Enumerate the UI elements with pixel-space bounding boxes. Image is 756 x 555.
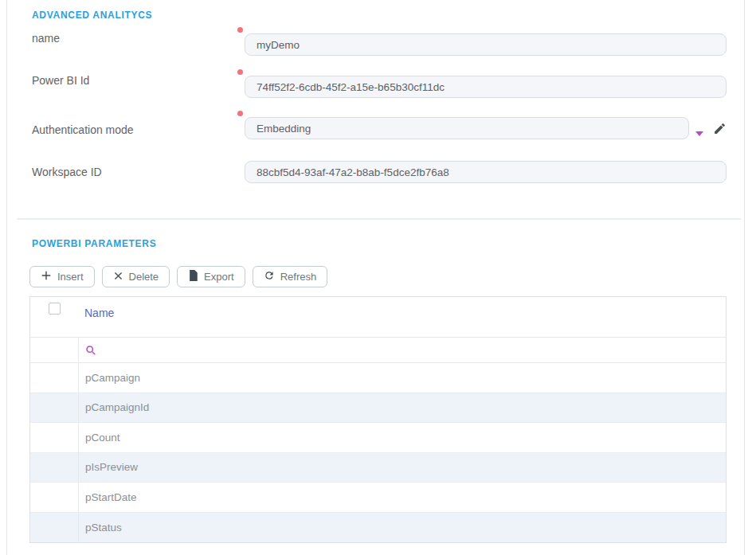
insert-button[interactable]: Insert xyxy=(29,266,95,287)
panel-right-border xyxy=(744,0,745,555)
row-name-cell: pCount xyxy=(78,423,726,452)
name-field-label: name xyxy=(32,27,60,49)
select-all-checkbox[interactable] xyxy=(49,303,61,315)
edit-pencil-icon[interactable] xyxy=(711,120,727,136)
required-dot-icon xyxy=(237,111,243,116)
advanced-analytics-panel: ADVANCED ANALITYCS name Power BI Id Auth… xyxy=(0,0,756,555)
table-row[interactable]: pIsPreview xyxy=(30,453,726,483)
powerbi-parameters-table: Name pCampaign pCampaignId pCount xyxy=(29,296,727,543)
export-button-label: Export xyxy=(204,271,234,283)
row-name-cell: pCampaignId xyxy=(78,393,726,423)
table-row[interactable]: pCampaignId xyxy=(30,393,726,424)
search-icon xyxy=(85,345,96,356)
refresh-icon xyxy=(264,270,275,283)
required-dot-icon xyxy=(237,69,243,75)
section-divider xyxy=(17,218,741,220)
powerbi-id-field-wrap xyxy=(245,76,727,98)
row-select-cell[interactable] xyxy=(30,363,78,393)
table-row[interactable]: pCampaign xyxy=(30,363,726,393)
table-row[interactable]: pStartDate xyxy=(30,483,726,513)
name-column-header[interactable]: Name xyxy=(78,297,726,337)
table-header-row: Name xyxy=(30,297,726,338)
table-row[interactable]: pCount xyxy=(30,423,726,453)
workspace-id-input[interactable] xyxy=(245,162,726,182)
required-dot-icon xyxy=(237,27,243,33)
filter-cell xyxy=(78,338,726,362)
section-title-powerbi-parameters: POWERBI PARAMETERS xyxy=(32,238,156,249)
filter-empty-cell xyxy=(30,338,78,362)
powerbi-id-input[interactable] xyxy=(245,76,726,97)
row-name-cell: pCampaign xyxy=(78,363,726,393)
table-filter-row xyxy=(30,338,726,363)
row-select-cell[interactable] xyxy=(30,453,78,483)
row-select-cell[interactable] xyxy=(30,423,78,452)
panel-left-border xyxy=(6,0,7,555)
plus-icon xyxy=(41,270,52,283)
parameters-toolbar: Insert Delete Export Refresh xyxy=(29,266,327,287)
file-icon xyxy=(188,270,198,283)
refresh-button[interactable]: Refresh xyxy=(253,266,328,287)
table-row[interactable]: pStatus xyxy=(30,513,726,543)
export-button[interactable]: Export xyxy=(177,266,245,287)
name-filter-input[interactable] xyxy=(101,344,726,356)
row-select-cell[interactable] xyxy=(30,513,78,543)
select-all-cell xyxy=(30,297,78,337)
chevron-down-icon[interactable] xyxy=(695,126,704,132)
insert-button-label: Insert xyxy=(57,271,84,283)
powerbi-id-field-label: Power BI Id xyxy=(32,69,89,92)
workspace-id-field-label: Workspace ID xyxy=(32,161,102,183)
row-name-cell: pStatus xyxy=(78,513,726,543)
row-name-cell: pStartDate xyxy=(78,483,726,512)
name-input[interactable] xyxy=(245,34,726,55)
authentication-mode-field-label: Authentication mode xyxy=(32,119,134,141)
row-select-cell[interactable] xyxy=(30,483,78,512)
delete-button[interactable]: Delete xyxy=(102,266,170,287)
row-name-cell: pIsPreview xyxy=(78,453,726,483)
row-select-cell[interactable] xyxy=(30,393,78,423)
authentication-mode-input[interactable] xyxy=(245,118,688,139)
x-icon xyxy=(113,271,123,283)
name-field-wrap xyxy=(245,33,727,56)
authentication-mode-field-wrap xyxy=(245,117,689,139)
refresh-button-label: Refresh xyxy=(280,271,317,283)
delete-button-label: Delete xyxy=(129,271,159,283)
section-title-advanced-analytics: ADVANCED ANALITYCS xyxy=(32,10,152,21)
workspace-id-field-wrap xyxy=(245,161,727,183)
